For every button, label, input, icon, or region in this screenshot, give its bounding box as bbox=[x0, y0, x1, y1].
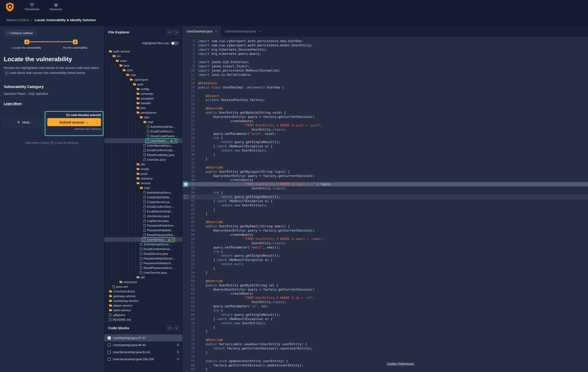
highlighted-files-toggle[interactable] bbox=[171, 41, 179, 45]
tree-item-converter[interactable]: converter bbox=[105, 91, 182, 96]
tree-item-AuthAttemptDao.j[interactable]: AuthAttemptDao.j… bbox=[105, 143, 182, 148]
tree-item-impl[interactable]: impl bbox=[105, 119, 182, 124]
chevron-down-icon[interactable] bbox=[174, 325, 179, 331]
tree-item-com[interactable]: com bbox=[105, 68, 182, 73]
submit-answer-button[interactable]: Submit answer → bbox=[47, 118, 101, 126]
collapse-all-button[interactable] bbox=[167, 29, 172, 35]
tree-item-csw[interactable]: csw bbox=[105, 73, 182, 77]
line-number: 4 bbox=[189, 43, 195, 48]
tree-item-LogService.java[interactable]: LogService.java bbox=[105, 218, 182, 223]
collapse-sidebar-button[interactable]: ‹ Collapse sidebar bbox=[4, 30, 36, 36]
tree-item-ResetCodeDao.java[interactable]: ResetCodeDao.java bbox=[105, 152, 182, 157]
tree-item-auth[interactable]: auth bbox=[105, 82, 182, 86]
tree-item-ResetPasswordServi[interactable]: ResetPasswordServi… bbox=[105, 266, 182, 270]
breadcrumb-parent[interactable]: Mission Control bbox=[6, 18, 29, 22]
line-checkbox[interactable] bbox=[184, 195, 187, 199]
tree-item-resource[interactable]: resource bbox=[105, 176, 182, 181]
code-block-checkbox[interactable] bbox=[108, 358, 111, 361]
tree-item-dao[interactable]: dao bbox=[105, 115, 182, 119]
tree-item-EmailConfirmServ[interactable]: EmailConfirmServ… bbox=[105, 204, 182, 209]
code-block-item[interactable]: UserServiceImpl.java:106-106 bbox=[105, 356, 182, 362]
tree-item-JmsService.java[interactable]: JmsService.java bbox=[105, 214, 182, 218]
tree-item-main[interactable]: main bbox=[105, 58, 182, 63]
cookie-preferences-link[interactable]: Cookie Preferences bbox=[387, 362, 414, 365]
line-checkbox[interactable]: ✓ bbox=[184, 183, 187, 186]
tree-item-label: ResetPasswordSer… bbox=[147, 233, 176, 237]
tree-item-PasswordValidato[interactable]: PasswordValidato… bbox=[105, 228, 182, 233]
tree-item-CryptoService.ja[interactable]: CryptoService.ja… bbox=[105, 200, 182, 204]
app-logo[interactable] bbox=[6, 2, 14, 12]
tree-item-EmailConfirmServic[interactable]: EmailConfirmServic… bbox=[105, 247, 182, 251]
nav-tournaments[interactable]: Tournaments bbox=[24, 3, 39, 11]
tree-item-jms[interactable]: jms bbox=[105, 106, 182, 110]
tree-item-PasswordHashServic[interactable]: PasswordHashServic… bbox=[105, 256, 182, 261]
tree-item-ResetPasswordSer[interactable]: ResetPasswordSer… bbox=[105, 233, 182, 237]
tree-item-resources[interactable]: resources bbox=[105, 279, 182, 284]
code-block-checkbox[interactable]: ✓ bbox=[108, 336, 111, 340]
tree-item-proto[interactable]: proto bbox=[105, 171, 182, 176]
tree-item-impl[interactable]: impl bbox=[105, 185, 182, 190]
line-number: 50 bbox=[189, 237, 195, 241]
tree-item-EmailConfirmCo[interactable]: EmailConfirmCo… bbox=[105, 129, 182, 134]
tree-item-handler[interactable]: handler bbox=[105, 101, 182, 106]
tree-item-EmailService.java[interactable]: EmailService.java bbox=[105, 251, 182, 256]
code-block-item[interactable]: UserDaoImpl.java:40-40 bbox=[105, 341, 182, 349]
code-block-item[interactable]: ✓UserDaoImpl.java:37-37 bbox=[105, 334, 182, 341]
tree-item-java[interactable]: java bbox=[105, 63, 182, 68]
tree-item-ResetCodeDaoIm[interactable]: ResetCodeDaoIm… bbox=[105, 134, 182, 138]
tab-userdaoimpl[interactable]: UserDaoImpl.java × bbox=[182, 26, 221, 37]
code-line-40[interactable]: 40 return query.getSingleResult(); bbox=[182, 195, 588, 199]
tree-item-cybersport[interactable]: cybersport bbox=[105, 77, 182, 82]
tree-item-.gitignore[interactable]: .gitignore bbox=[105, 312, 182, 317]
tree-item-AuthAttemptDao[interactable]: AuthAttemptDao… bbox=[105, 124, 182, 129]
code-block-item[interactable]: UserServiceImpl.java:61-61 bbox=[105, 349, 182, 356]
tree-item-PasswordHashServ[interactable]: PasswordHashServ… bbox=[105, 223, 182, 228]
code-line-37[interactable]: ✓37 "FROM UserEntity U WHERE U.login = '… bbox=[182, 182, 588, 186]
expand-all-button[interactable] bbox=[174, 29, 179, 35]
tree-item-auth-service[interactable]: auth-service bbox=[105, 49, 182, 54]
close-icon[interactable]: × bbox=[259, 29, 261, 33]
tree-item-AuthAttemptServi[interactable]: AuthAttemptServi… bbox=[105, 190, 182, 195]
close-icon[interactable]: × bbox=[215, 29, 217, 33]
tree-item-gateway-service[interactable]: gateway-service bbox=[105, 294, 182, 298]
tree-item-EmailConfirmCode[interactable]: EmailConfirmCode… bbox=[105, 148, 182, 152]
shortcuts-hint[interactable]: Click here or press?to see all shortcuts… bbox=[0, 141, 105, 144]
line-checkbox-40[interactable] bbox=[182, 195, 189, 199]
tree-item-service[interactable]: service bbox=[105, 181, 182, 185]
folder-icon bbox=[136, 177, 140, 180]
nav-resources[interactable]: Resources bbox=[50, 3, 62, 11]
tree-item-UserDaoIm[interactable]: UserDaoIm…2 bbox=[105, 138, 182, 143]
lightbulb-icon bbox=[17, 121, 20, 124]
tree-item-UserService[interactable]: UserService…2 bbox=[105, 237, 182, 242]
tree-item-CredentialValida[interactable]: CredentialValida… bbox=[105, 195, 182, 200]
code-block-checkbox[interactable] bbox=[108, 343, 111, 346]
code-line-44: 44 } bbox=[182, 212, 588, 216]
line-checkbox-37[interactable]: ✓ bbox=[182, 183, 189, 186]
tree-item-AuthAttemptServic[interactable]: AuthAttemptServic… bbox=[105, 242, 182, 247]
tree-item-player-service[interactable]: player-service bbox=[105, 303, 182, 308]
tree-item-EmailServiceImpl[interactable]: EmailServiceImpl… bbox=[105, 209, 182, 214]
tree-item-dto[interactable]: dto bbox=[105, 162, 182, 167]
line-number: 26 bbox=[189, 136, 195, 140]
tree-item-UserService.java[interactable]: UserService.java bbox=[105, 270, 182, 275]
tree-item-UserDao.java[interactable]: UserDao.java bbox=[105, 157, 182, 162]
tree-item-pom.xml[interactable]: pom.xml bbox=[105, 284, 182, 289]
hints-button[interactable]: Hints bbox=[4, 118, 43, 127]
tree-item-exception[interactable]: exception bbox=[105, 96, 182, 101]
tree-item-CommonLibrary[interactable]: CommonLibrary bbox=[105, 289, 182, 294]
tree-item-README.md[interactable]: README.md bbox=[105, 317, 182, 321]
tree-item-config[interactable]: config bbox=[105, 86, 182, 91]
chevron-up-icon[interactable] bbox=[167, 325, 172, 331]
tree-item-src[interactable]: src bbox=[105, 54, 182, 58]
code-block-checkbox[interactable] bbox=[108, 351, 111, 353]
tree-item-PasswordValidatorS[interactable]: PasswordValidatorS… bbox=[105, 261, 182, 266]
tree-item-util[interactable]: util bbox=[105, 275, 182, 279]
tree-item-persistence[interactable]: persistence bbox=[105, 110, 182, 115]
tree-item-monitoring-service[interactable]: monitoring-service bbox=[105, 298, 182, 303]
tree-item-team-service[interactable]: team-service bbox=[105, 308, 182, 312]
folder-icon bbox=[143, 120, 147, 123]
tab-userserviceimpl[interactable]: UserServiceImpl.java × bbox=[221, 26, 264, 37]
tree-item-model[interactable]: model bbox=[105, 167, 182, 171]
learn-more-link[interactable]: Learn More bbox=[4, 102, 21, 106]
code-text: import javax.ejb.Stateless; bbox=[198, 60, 250, 64]
